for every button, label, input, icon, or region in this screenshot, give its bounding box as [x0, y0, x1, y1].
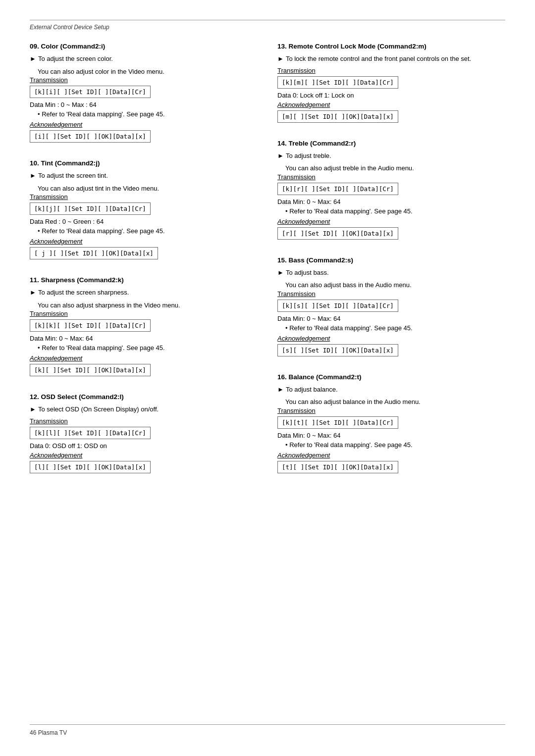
section-16-ack-label: Acknowledgement	[277, 452, 505, 459]
section-09-ack-code: [i][ ][Set ID][ ][OK][Data][x]	[30, 130, 151, 143]
section-10-ack-code: [ j ][ ][Set ID][ ][OK][Data][x]	[30, 247, 158, 259]
section-16-title: 16. Balance (Command2:t)	[277, 373, 505, 381]
section-15-bullet: Refer to 'Real data mapping'. See page 4…	[285, 324, 505, 332]
section-09-transmission-label: Transmission	[30, 76, 258, 84]
header-text: External Control Device Setup	[30, 24, 109, 31]
section-15-transmission-code: [k][s][ ][Set ID][ ][Data][Cr]	[277, 300, 398, 312]
section-10-ack-label: Acknowledgement	[30, 238, 258, 245]
section-13-transmission-code: [k][m][ ][Set ID][ ][Data][Cr]	[277, 76, 398, 89]
section-13-title: 13. Remote Control Lock Mode (Command2:m…	[277, 43, 505, 50]
left-column: 09. Color (Command2:i) ►To adjust the sc…	[30, 43, 258, 490]
section-15-transmission-label: Transmission	[277, 290, 505, 298]
section-16-transmission-code: [k][t][ ][Set ID][ ][Data][Cr]	[277, 416, 398, 429]
section-09: 09. Color (Command2:i) ►To adjust the sc…	[30, 43, 258, 146]
section-15-title: 15. Bass (Command2:s)	[277, 256, 505, 264]
section-13-ack-label: Acknowledgement	[277, 101, 505, 108]
section-09-title: 09. Color (Command2:i)	[30, 43, 258, 50]
section-13-desc: ►To lock the remote control and the fron…	[277, 54, 505, 64]
section-16: 16. Balance (Command2:t) ►To adjust bala…	[277, 373, 505, 476]
footer-text: 46 Plasma TV	[30, 729, 67, 736]
section-10-bullet: Refer to 'Real data mapping'. See page 4…	[38, 227, 258, 235]
arrow-icon: ►	[277, 386, 284, 393]
section-10: 10. Tint (Command2:j) ►To adjust the scr…	[30, 159, 258, 262]
section-15-subdesc: You can also adjust bass in the Audio me…	[285, 280, 505, 290]
section-12-desc: ►To select OSD (On Screen Display) on/of…	[30, 404, 258, 414]
section-15-data: Data Min: 0 ~ Max: 64	[277, 315, 505, 322]
section-14: 14. Treble (Command2:r) ►To adjust trebl…	[277, 140, 505, 243]
section-16-subdesc: You can also adjust balance in the Audio…	[285, 397, 505, 407]
section-14-bullet: Refer to 'Real data mapping'. See page 4…	[285, 207, 505, 215]
section-14-transmission-code: [k][r][ ][Set ID][ ][Data][Cr]	[277, 183, 398, 195]
section-14-ack-label: Acknowledgement	[277, 218, 505, 225]
arrow-icon: ►	[30, 289, 36, 296]
section-10-desc: ►To adjust the screen tint.	[30, 171, 258, 181]
arrow-icon: ►	[30, 405, 36, 413]
section-15: 15. Bass (Command2:s) ►To adjust bass. Y…	[277, 256, 505, 359]
section-16-data: Data Min: 0 ~ Max: 64	[277, 432, 505, 439]
section-13-data: Data 0: Lock off 1: Lock on	[277, 92, 505, 99]
section-12-ack-code: [l][ ][Set ID][ ][OK][Data][x]	[30, 461, 151, 473]
section-12-data: Data 0: OSD off 1: OSD on	[30, 442, 258, 450]
right-column: 13. Remote Control Lock Mode (Command2:m…	[277, 43, 505, 490]
section-11-ack-code: [k][ ][Set ID][ ][OK][Data][x]	[30, 364, 151, 376]
section-14-subdesc: You can also adjust treble in the Audio …	[285, 163, 505, 173]
section-16-transmission-label: Transmission	[277, 407, 505, 414]
main-content: 09. Color (Command2:i) ►To adjust the sc…	[30, 43, 505, 490]
section-09-subdesc: You can also adjust color in the Video m…	[38, 67, 258, 77]
section-09-transmission-code: [k][i][ ][Set ID][ ][Data][Cr]	[30, 86, 151, 98]
section-14-desc: ►To adjust treble.	[277, 151, 505, 161]
section-15-ack-code: [s][ ][Set ID][ ][OK][Data][x]	[277, 344, 398, 356]
section-14-data: Data Min: 0 ~ Max: 64	[277, 198, 505, 205]
section-12-title: 12. OSD Select (Command2:l)	[30, 393, 258, 401]
section-15-desc: ►To adjust bass.	[277, 268, 505, 278]
section-11-subdesc: You can also adjust sharpness in the Vid…	[38, 301, 258, 310]
section-10-title: 10. Tint (Command2:j)	[30, 159, 258, 167]
arrow-icon: ►	[277, 55, 284, 62]
section-10-subdesc: You can also adjust tint in the Video me…	[38, 184, 258, 194]
section-11-bullet: Refer to 'Real data mapping'. See page 4…	[38, 344, 258, 352]
section-11-title: 11. Sharpness (Command2:k)	[30, 276, 258, 284]
section-13-ack-code: [m][ ][Set ID][ ][OK][Data][x]	[277, 110, 398, 123]
section-13-transmission-label: Transmission	[277, 67, 505, 74]
section-09-desc: ►To adjust the screen color.	[30, 54, 258, 64]
section-10-data: Data Red : 0 ~ Green : 64	[30, 218, 258, 225]
section-16-desc: ►To adjust balance.	[277, 385, 505, 395]
arrow-icon: ►	[277, 152, 284, 159]
section-14-title: 14. Treble (Command2:r)	[277, 140, 505, 147]
arrow-icon: ►	[277, 269, 284, 276]
section-12-transmission-code: [k][l][ ][Set ID][ ][Data][Cr]	[30, 427, 151, 439]
section-11-desc: ►To adjust the screen sharpness.	[30, 288, 258, 298]
section-11-data: Data Min: 0 ~ Max: 64	[30, 335, 258, 342]
section-11: 11. Sharpness (Command2:k) ►To adjust th…	[30, 276, 258, 379]
section-15-ack-label: Acknowledgement	[277, 335, 505, 342]
section-09-ack-label: Acknowledgement	[30, 121, 258, 128]
section-10-transmission-label: Transmission	[30, 193, 258, 201]
section-11-transmission-label: Transmission	[30, 310, 258, 317]
section-09-bullet: Refer to 'Real data mapping'. See page 4…	[38, 110, 258, 118]
section-14-transmission-label: Transmission	[277, 173, 505, 181]
section-11-ack-label: Acknowledgement	[30, 354, 258, 362]
arrow-icon: ►	[30, 55, 36, 62]
section-11-transmission-code: [k][k][ ][Set ID][ ][Data][Cr]	[30, 319, 151, 332]
header-section: External Control Device Setup	[30, 20, 505, 31]
section-10-transmission-code: [k][j][ ][Set ID][ ][Data][Cr]	[30, 202, 151, 215]
page: External Control Device Setup 09. Color …	[0, 0, 535, 756]
section-16-ack-code: [t][ ][Set ID][ ][OK][Data][x]	[277, 461, 398, 473]
section-09-data: Data Min : 0 ~ Max : 64	[30, 101, 258, 108]
section-13: 13. Remote Control Lock Mode (Command2:m…	[277, 43, 505, 126]
section-16-bullet: Refer to 'Real data mapping'. See page 4…	[285, 441, 505, 449]
footer-section: 46 Plasma TV	[30, 724, 505, 736]
arrow-icon: ►	[30, 172, 36, 179]
section-12-transmission-label: Transmission	[30, 417, 258, 425]
section-14-ack-code: [r][ ][Set ID][ ][OK][Data][x]	[277, 227, 398, 240]
section-12: 12. OSD Select (Command2:l) ►To select O…	[30, 393, 258, 476]
section-12-ack-label: Acknowledgement	[30, 452, 258, 459]
